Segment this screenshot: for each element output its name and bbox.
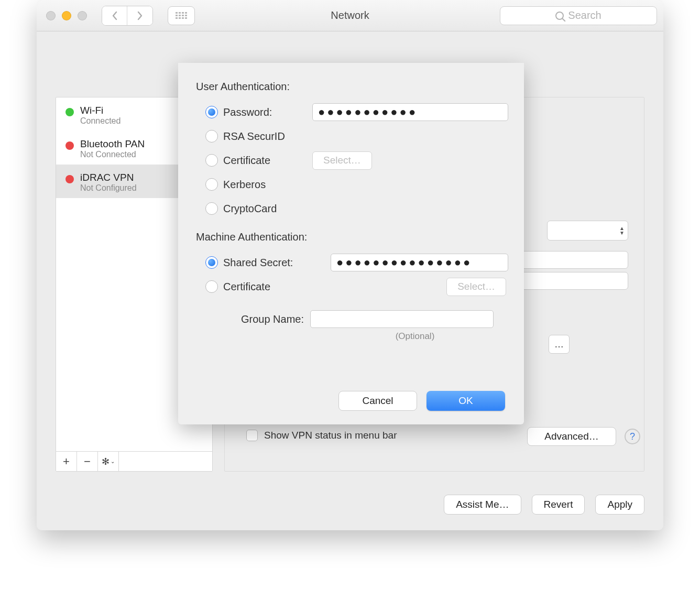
add-interface-button[interactable]: + <box>56 452 77 471</box>
sidebar-footer: + − ✻ ⌄ <box>56 451 212 471</box>
titlebar: Network Search <box>37 0 663 31</box>
advanced-button[interactable]: Advanced… <box>527 427 616 446</box>
gear-icon: ✻ <box>102 456 110 467</box>
machine-auth-shared-radio[interactable] <box>205 256 218 269</box>
user-auth-cert-label: Certificate <box>223 155 307 167</box>
search-icon <box>555 12 564 20</box>
machine-auth-shared-label: Shared Secret: <box>223 257 325 269</box>
chevron-left-icon <box>112 11 118 20</box>
assist-me-button[interactable]: Assist Me… <box>444 495 521 515</box>
user-auth-cert-radio[interactable] <box>205 154 218 167</box>
help-button[interactable]: ? <box>625 429 640 444</box>
search-placeholder: Search <box>568 9 601 21</box>
ok-button[interactable]: OK <box>426 391 505 411</box>
sidebar-item-label: iDRAC VPN <box>80 172 137 183</box>
user-auth-cert-row: Certificate Select… <box>205 148 508 172</box>
grid-icon <box>176 12 187 19</box>
minimize-window-button[interactable] <box>62 11 71 20</box>
back-button[interactable] <box>102 6 127 25</box>
status-dot-icon <box>65 108 74 116</box>
traffic-lights <box>46 11 87 20</box>
cancel-button[interactable]: Cancel <box>338 391 417 411</box>
chevron-down-icon: ⌄ <box>111 458 115 464</box>
user-auth-kerberos-radio[interactable] <box>205 178 218 191</box>
nav-back-forward <box>102 6 153 26</box>
main-dropdown[interactable]: ▲▼ <box>547 221 628 241</box>
user-auth-rsa-label: RSA SecurID <box>223 130 307 143</box>
group-name-optional-hint: (Optional) <box>322 331 508 342</box>
network-prefs-window: Network Search Wi-Fi Connected Bluetooth… <box>37 0 663 530</box>
close-window-button[interactable] <box>46 11 56 20</box>
remove-interface-button[interactable]: − <box>77 452 98 471</box>
status-dot-icon <box>65 141 74 150</box>
user-auth-kerberos-row: Kerberos <box>205 172 508 196</box>
search-field[interactable]: Search <box>500 6 657 25</box>
user-auth-crypto-label: CryptoCard <box>223 203 307 215</box>
forward-button[interactable] <box>127 6 152 25</box>
user-auth-password-label: Password: <box>223 106 307 118</box>
show-vpn-status-checkbox[interactable] <box>246 430 258 441</box>
revert-button[interactable]: Revert <box>532 495 585 515</box>
sidebar-footer-spacer <box>119 452 212 471</box>
show-vpn-status-label: Show VPN status in menu bar <box>264 430 397 441</box>
status-dot-icon <box>65 175 74 183</box>
show-vpn-status-row: Show VPN status in menu bar <box>246 430 397 441</box>
machine-auth-shared-row: Shared Secret: ●●●●●●●●●●●●●●● <box>205 250 508 275</box>
user-auth-password-row: Password: ●●●●●●●●●●● <box>205 100 508 124</box>
sidebar-actions-menu[interactable]: ✻ ⌄ <box>98 452 119 471</box>
machine-auth-cert-radio[interactable] <box>205 280 218 293</box>
show-all-button[interactable] <box>168 6 195 25</box>
group-name-field[interactable] <box>310 310 494 328</box>
sidebar-item-label: Bluetooth PAN <box>80 138 145 150</box>
machine-auth-cert-row: Certificate Select… <box>205 275 508 299</box>
user-auth-crypto-radio[interactable] <box>205 202 218 215</box>
user-auth-rsa-radio[interactable] <box>205 130 218 143</box>
main-ellipsis-button[interactable]: … <box>549 335 570 354</box>
password-field[interactable]: ●●●●●●●●●●● <box>312 103 508 121</box>
machine-auth-heading: Machine Authentication: <box>196 231 508 243</box>
sidebar-item-label: Wi-Fi <box>80 105 121 116</box>
bottom-button-row: Assist Me… Revert Apply <box>444 495 644 515</box>
user-auth-rsa-row: RSA SecurID <box>205 124 508 148</box>
user-auth-crypto-row: CryptoCard <box>205 196 508 221</box>
plus-icon: + <box>63 455 70 468</box>
sidebar-item-status: Not Connected <box>80 150 145 159</box>
user-cert-select-button[interactable]: Select… <box>312 151 372 170</box>
auth-settings-sheet: User Authentication: Password: ●●●●●●●●●… <box>178 63 524 424</box>
apply-button[interactable]: Apply <box>595 495 644 515</box>
help-icon: ? <box>630 431 635 442</box>
user-auth-heading: User Authentication: <box>196 81 508 93</box>
group-name-row: Group Name: <box>231 310 508 328</box>
zoom-window-button[interactable] <box>78 11 87 20</box>
minus-icon: − <box>84 455 91 468</box>
shared-secret-field[interactable]: ●●●●●●●●●●●●●●● <box>331 254 508 271</box>
window-body: Wi-Fi Connected Bluetooth PAN Not Connec… <box>37 31 663 530</box>
chevron-right-icon <box>137 11 143 20</box>
sheet-button-row: Cancel OK <box>338 391 505 411</box>
group-name-label: Group Name: <box>231 313 304 325</box>
user-auth-kerberos-label: Kerberos <box>223 179 307 191</box>
machine-auth-cert-label: Certificate <box>223 281 325 293</box>
sidebar-item-status: Connected <box>80 116 121 126</box>
machine-cert-select-button[interactable]: Select… <box>446 278 506 296</box>
sidebar-item-status: Not Configured <box>80 183 137 193</box>
stepper-icon: ▲▼ <box>619 226 625 235</box>
user-auth-password-radio[interactable] <box>205 106 218 118</box>
